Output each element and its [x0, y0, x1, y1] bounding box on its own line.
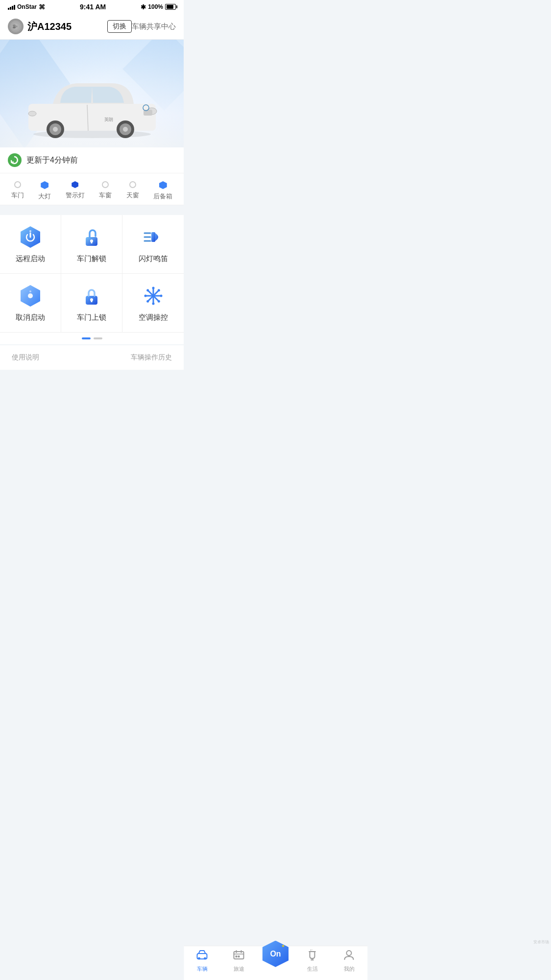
carrier-label: OnStar	[17, 3, 37, 10]
door-unlock-button[interactable]: 车门解锁	[61, 215, 122, 274]
remote-start-button[interactable]: 远程启动	[0, 215, 61, 274]
control-grid: 远程启动	[0, 215, 184, 333]
svg-point-3	[13, 26, 16, 28]
door-unlock-label: 车门解锁	[77, 254, 106, 263]
brand-logo	[8, 19, 24, 34]
svg-text:英朗: 英朗	[104, 117, 113, 122]
headlight-status-label: 大灯	[38, 192, 51, 201]
door-status-label: 车门	[11, 191, 24, 200]
trunk-status-label: 后备箱	[153, 192, 172, 201]
svg-point-29	[29, 290, 31, 292]
svg-point-39	[152, 303, 154, 305]
door-unlock-icon	[79, 225, 104, 249]
flash-horn-icon	[141, 225, 166, 249]
spacer-1	[0, 205, 184, 210]
control-pagination	[0, 333, 184, 344]
license-plate: 沪A12345	[27, 20, 107, 33]
status-trunk[interactable]: 后备箱	[153, 181, 172, 201]
svg-point-43	[157, 300, 160, 303]
svg-rect-26	[151, 232, 155, 242]
ac-control-button[interactable]: 空调操控	[122, 274, 184, 333]
door-lock-icon	[79, 284, 104, 308]
car-area: 英朗	[0, 40, 184, 147]
remote-start-label: 远程启动	[16, 254, 45, 263]
flash-horn-button[interactable]: 闪灯鸣笛	[122, 215, 184, 274]
window-status-label: 车窗	[99, 191, 112, 200]
sunroof-status-dot	[129, 181, 136, 188]
control-section: 远程启动	[0, 215, 184, 344]
headlight-status-dot	[41, 181, 48, 189]
ac-control-icon	[141, 284, 166, 308]
hazard-status-dot	[72, 181, 78, 188]
cancel-start-label: 取消启动	[16, 313, 45, 322]
trunk-status-dot	[159, 181, 167, 189]
page-dot-2	[94, 337, 102, 339]
usage-instructions-link[interactable]: 使用说明	[12, 353, 39, 362]
hazard-status-label: 警示灯	[66, 191, 85, 200]
svg-point-10	[53, 127, 58, 132]
spacer-2	[0, 370, 184, 375]
flash-horn-label: 闪灯鸣笛	[139, 254, 168, 263]
window-status-dot	[102, 181, 109, 188]
svg-point-42	[146, 289, 149, 291]
svg-point-28	[28, 293, 33, 298]
share-center-link[interactable]: 车辆共享中心	[132, 22, 176, 31]
sunroof-status-label: 天窗	[126, 191, 139, 200]
status-window[interactable]: 车窗	[99, 181, 112, 201]
svg-point-7	[28, 111, 36, 116]
status-door[interactable]: 车门	[11, 181, 24, 201]
door-lock-button[interactable]: 车门上锁	[61, 274, 122, 333]
status-hazard[interactable]: 警示灯	[66, 181, 85, 201]
status-indicators: 车门 大灯 警示灯 车窗 天窗 后备箱	[0, 173, 184, 205]
svg-point-38	[152, 287, 154, 289]
status-right: ✱ 100%	[141, 3, 176, 11]
ac-control-label: 空调操控	[139, 313, 168, 322]
status-time: 9:41 AM	[80, 3, 106, 11]
svg-point-40	[144, 295, 146, 297]
status-left: OnStar ⌘	[8, 3, 45, 11]
status-sunroof[interactable]: 天窗	[126, 181, 139, 201]
operation-history-link[interactable]: 车辆操作历史	[131, 353, 172, 362]
battery-percent: 100%	[148, 3, 163, 10]
svg-rect-22	[91, 241, 93, 243]
svg-point-44	[157, 289, 160, 291]
header: 沪A12345 切换 车辆共享中心	[0, 14, 184, 40]
bluetooth-icon: ✱	[141, 3, 146, 11]
svg-rect-32	[91, 300, 93, 302]
svg-point-13	[123, 127, 128, 132]
cancel-start-button[interactable]: 取消启动	[0, 274, 61, 333]
wifi-icon: ⌘	[39, 3, 45, 11]
svg-point-41	[160, 295, 162, 297]
cancel-start-icon	[18, 284, 43, 308]
remote-start-icon	[18, 225, 43, 249]
svg-point-45	[146, 300, 149, 303]
update-text: 更新于4分钟前	[26, 155, 78, 166]
status-bar: OnStar ⌘ 9:41 AM ✱ 100%	[0, 0, 184, 14]
switch-button[interactable]: 切换	[107, 20, 132, 33]
footer-links: 使用说明 车辆操作历史	[0, 345, 184, 370]
page-dot-1	[82, 337, 91, 339]
update-status[interactable]: 更新于4分钟前	[0, 147, 184, 173]
svg-point-19	[29, 230, 31, 232]
status-headlight[interactable]: 大灯	[38, 181, 51, 201]
door-lock-label: 车门上锁	[77, 313, 106, 322]
refresh-icon	[8, 153, 22, 167]
signal-icon	[8, 4, 15, 10]
door-status-dot	[14, 181, 21, 188]
car-image: 英朗	[19, 74, 166, 140]
battery-icon	[165, 4, 176, 10]
